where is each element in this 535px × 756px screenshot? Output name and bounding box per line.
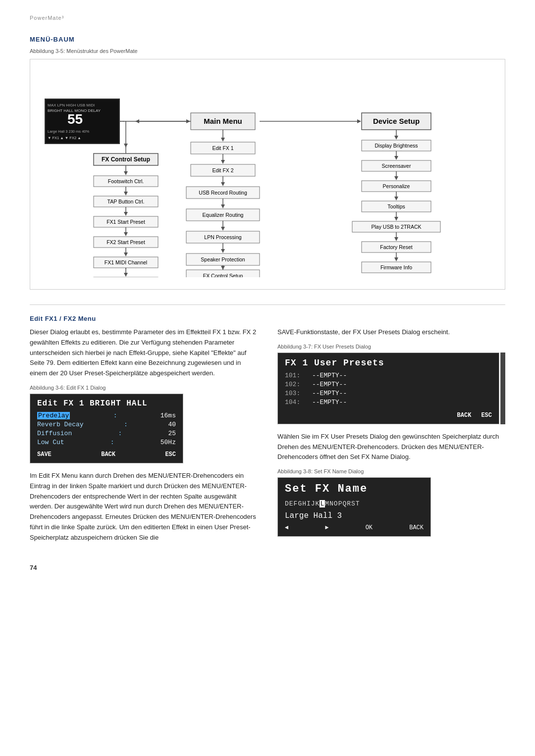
lcd-preset-row-104: 104: --EMPTY-- [285, 399, 492, 406]
svg-marker-78 [394, 176, 398, 180]
svg-marker-82 [394, 197, 398, 201]
menu-tree-section: Menü-Baum Abbildung 3-5: Menüstruktur de… [30, 36, 505, 290]
lcd-row-lowcut: Low Cut : 50Hz [37, 439, 176, 446]
lcd-row-predelay: Predelay : 16ms [37, 412, 176, 419]
lcd-presets-btn-esc: ESC [481, 412, 492, 419]
lcd-colon-diffusion: : [118, 430, 122, 437]
lcd-footer-edit: SAVE BACK ESC [37, 451, 176, 458]
lcd-label-diffusion: Diffusion [37, 430, 72, 437]
lcd-set-fx-name: Set FX Name DEFGHIJKLMNOPQRST Large Hall… [277, 477, 431, 537]
body-text-4: Wählen Sie im FX User Presets Dialog den… [277, 432, 505, 462]
body-text-3: SAVE-Funktionstaste, der FX User Presets… [277, 327, 505, 338]
lcd-btn-save: SAVE [37, 451, 52, 458]
svg-text:Screensaver: Screensaver [382, 163, 411, 169]
figure-3-8: Abbildung 3-8: Set FX Name Dialog Set FX… [277, 468, 505, 537]
svg-marker-90 [394, 237, 398, 241]
lcd-value-lowcut: 50Hz [160, 439, 176, 446]
svg-marker-70 [394, 136, 398, 140]
svg-text:55: 55 [67, 111, 83, 127]
lcd-value-diffusion: 25 [168, 430, 176, 437]
lcd-name-footer: ◄ ► OK BACK [285, 524, 424, 531]
svg-text:TAP Button Ctrl.: TAP Button Ctrl. [107, 199, 145, 204]
svg-marker-23 [221, 204, 225, 208]
svg-marker-31 [221, 249, 225, 253]
svg-marker-49 [124, 192, 128, 196]
lcd-scrollbar[interactable] [500, 353, 505, 424]
lcd-value-reverb: 40 [168, 421, 176, 428]
lcd-preset-name-104: --EMPTY-- [312, 399, 347, 406]
svg-marker-66 [357, 119, 361, 123]
figure-caption-3-8: Abbildung 3-8: Set FX Name Dialog [277, 468, 505, 474]
svg-text:▼ FX1 ▲       ▼ FX2 ▲: ▼ FX1 ▲ ▼ FX2 ▲ [48, 136, 81, 140]
lcd-label-predelay: Predelay [37, 412, 70, 419]
svg-text:USB Record Routing: USB Record Routing [199, 190, 247, 196]
lcd-preset-row-101: 101: --EMPTY-- [285, 372, 492, 379]
lcd-name-btn-ok[interactable]: OK [366, 524, 373, 531]
lcd-colon-reverb: : [124, 421, 128, 428]
svg-text:FX2 Start Preset: FX2 Start Preset [107, 239, 145, 245]
lcd-charset-row: DEFGHIJKLMNOPQRST [285, 500, 424, 507]
svg-marker-27 [221, 227, 225, 231]
svg-text:Firmware Info: Firmware Info [380, 264, 412, 270]
svg-marker-106 [124, 273, 128, 277]
svg-text:Device Setup: Device Setup [373, 117, 420, 125]
svg-text:Footswitch Ctrl.: Footswitch Ctrl. [108, 178, 144, 184]
lcd-row-diffusion: Diffusion : 25 [37, 430, 176, 437]
svg-marker-100 [221, 266, 225, 270]
svg-marker-94 [394, 257, 398, 261]
svg-text:Edit FX 1: Edit FX 1 [212, 145, 233, 151]
lcd-name-btn-back[interactable]: BACK [409, 524, 424, 531]
svg-text:FX1 Start Preset: FX1 Start Preset [107, 219, 145, 225]
svg-marker-61 [124, 252, 128, 256]
lcd-presets: FX 1 User Presets 101: --EMPTY-- 102: --… [277, 353, 505, 424]
left-column: Dieser Dialog erlaubt es, bestimmte Para… [30, 327, 258, 549]
figure-caption-3-5: Abbildung 3-5: Menüstruktur des PowerMat… [30, 48, 505, 54]
lcd-value-predelay: 16ms [160, 412, 176, 419]
svg-text:Large Hall 3    230 ms  40%: Large Hall 3 230 ms 40% [48, 129, 90, 134]
lcd-charset-after: MNOPQRST [325, 500, 360, 507]
svg-text:Main Menu: Main Menu [204, 117, 242, 125]
lcd-name-title: Set FX Name [285, 483, 424, 495]
svg-text:Factory Reset: Factory Reset [380, 244, 412, 250]
lcd-colon-predelay: : [113, 412, 117, 419]
svg-marker-37 [135, 119, 139, 123]
lcd-preset-row-103: 103: --EMPTY-- [285, 390, 492, 397]
lcd-charset-before: DEFGHIJK [285, 500, 320, 507]
lcd-preset-num-102: 102: [285, 381, 305, 388]
lcd-edit-title: Edit FX 1 BRIGHT HALL [37, 399, 176, 408]
svg-text:FX Control Setup: FX Control Setup [102, 156, 150, 163]
lcd-presets-title: FX 1 User Presets [285, 358, 492, 368]
figure-caption-3-7: Abbildung 3-7: FX User Presets Dialog [277, 344, 505, 350]
svg-marker-53 [124, 212, 128, 216]
svg-marker-19 [221, 182, 225, 186]
lcd-name-btn-right[interactable]: ► [325, 524, 328, 531]
lcd-name-btn-left[interactable]: ◄ [285, 524, 288, 531]
edit-fx-section: Edit FX1 / FX2 Menu Dieser Dialog erlaub… [30, 315, 505, 549]
figure-3-6: Abbildung 3-6: Edit FX 1 Dialog Edit FX … [30, 385, 258, 463]
lcd-label-reverb: Reverb Decay [37, 421, 84, 428]
svg-marker-45 [124, 171, 128, 175]
lcd-row-reverb: Reverb Decay : 40 [37, 421, 176, 428]
svg-marker-11 [221, 138, 225, 142]
lcd-preset-name-103: --EMPTY-- [312, 390, 347, 397]
section-divider [30, 304, 505, 305]
svg-marker-74 [394, 156, 398, 160]
lcd-preset-name-101: --EMPTY-- [312, 372, 347, 379]
lcd-footer-presets: BACK ESC [285, 412, 492, 419]
lcd-preset-num-104: 104: [285, 399, 305, 406]
svg-text:FX1 MIDI Channel: FX1 MIDI Channel [105, 259, 147, 265]
svg-text:Speaker Protection: Speaker Protection [201, 256, 245, 262]
page-number: 74 [30, 564, 505, 571]
svg-text:Play USB to 2TRACK: Play USB to 2TRACK [372, 224, 422, 230]
svg-text:Equalizer Routing: Equalizer Routing [203, 212, 244, 218]
svg-text:Personalize: Personalize [383, 183, 410, 189]
right-column: SAVE-Funktionstaste, der FX User Presets… [277, 327, 505, 549]
lcd-btn-back: BACK [101, 451, 115, 458]
svg-text:Tooltips: Tooltips [387, 203, 405, 209]
menu-tree-container: MAX LPN HIGH USB MIDI BRIGHT HALL MONO D… [30, 59, 505, 290]
svg-marker-57 [124, 232, 128, 236]
svg-text:LPN Processing: LPN Processing [204, 234, 241, 240]
lcd-preset-num-103: 103: [285, 390, 305, 397]
lcd-current-name: Large Hall 3 [285, 511, 424, 520]
lcd-preset-num-101: 101: [285, 372, 305, 379]
